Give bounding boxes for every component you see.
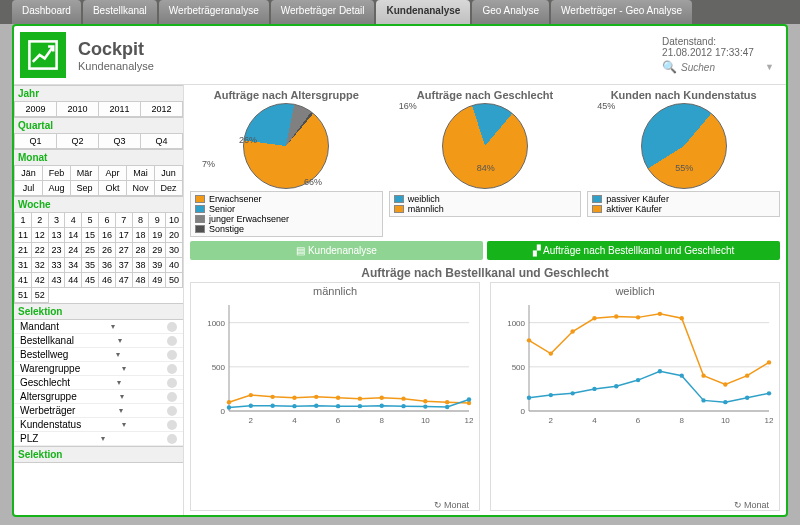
tab-werbetr-geranalyse[interactable]: Werbeträgeranalyse [159, 0, 269, 24]
kundenanalyse-button[interactable]: ▤ Kundenanalyse [190, 241, 483, 260]
filter-cell[interactable]: 2011 [99, 102, 141, 117]
chevron-down-icon[interactable]: ▾ [111, 322, 115, 331]
filter-cell[interactable]: 26 [99, 243, 116, 258]
selektion-row[interactable]: Werbeträger▾ [14, 404, 183, 418]
clear-icon[interactable] [167, 434, 177, 444]
filter-cell[interactable]: 4 [65, 213, 82, 228]
filter-cell[interactable]: Apr [99, 166, 127, 181]
filter-cell[interactable]: 30 [166, 243, 183, 258]
filter-cell[interactable]: 41 [15, 273, 32, 288]
filter-cell[interactable]: 2012 [141, 102, 183, 117]
filter-cell[interactable]: 16 [99, 228, 116, 243]
filter-cell[interactable]: 10 [166, 213, 183, 228]
cycle-icon[interactable]: ↻ [434, 500, 442, 510]
filter-cell[interactable]: 45 [82, 273, 99, 288]
filter-cell[interactable]: 31 [15, 258, 32, 273]
selektion-row[interactable]: Altersgruppe▾ [14, 390, 183, 404]
chevron-down-icon[interactable]: ▾ [122, 364, 126, 373]
filter-cell[interactable]: Sep [71, 181, 99, 196]
filter-cell[interactable]: 47 [116, 273, 133, 288]
clear-icon[interactable] [167, 378, 177, 388]
clear-icon[interactable] [167, 364, 177, 374]
filter-cell[interactable]: Nov [127, 181, 155, 196]
selektion-row[interactable]: Bestellweg▾ [14, 348, 183, 362]
selektion-row[interactable]: Kundenstatus▾ [14, 418, 183, 432]
filter-cell[interactable]: 19 [149, 228, 166, 243]
filter-cell[interactable]: 32 [32, 258, 49, 273]
filter-cell[interactable]: 25 [82, 243, 99, 258]
chevron-down-icon[interactable]: ▾ [118, 336, 122, 345]
filter-cell[interactable]: 52 [32, 288, 49, 303]
filter-cell[interactable]: 34 [65, 258, 82, 273]
filter-cell[interactable]: 2009 [15, 102, 57, 117]
filter-cell[interactable]: Feb [43, 166, 71, 181]
chevron-down-icon[interactable]: ▾ [120, 392, 124, 401]
selektion-row[interactable]: Mandant▾ [14, 320, 183, 334]
filter-cell[interactable]: 38 [133, 258, 150, 273]
chevron-down-icon[interactable]: ▼ [765, 62, 774, 72]
filter-cell[interactable]: Jun [155, 166, 183, 181]
filter-cell[interactable]: 18 [133, 228, 150, 243]
cycle-icon[interactable]: ↻ [734, 500, 742, 510]
filter-cell[interactable]: 2010 [57, 102, 99, 117]
filter-cell[interactable]: 43 [49, 273, 66, 288]
chevron-down-icon[interactable]: ▾ [101, 434, 105, 443]
tab-dashboard[interactable]: Dashboard [12, 0, 81, 24]
filter-cell[interactable]: 5 [82, 213, 99, 228]
filter-cell[interactable]: Aug [43, 181, 71, 196]
chevron-down-icon[interactable]: ▾ [117, 378, 121, 387]
clear-icon[interactable] [167, 406, 177, 416]
filter-cell[interactable]: Dez [155, 181, 183, 196]
selektion-row[interactable]: Geschlecht▾ [14, 376, 183, 390]
filter-cell[interactable]: Okt [99, 181, 127, 196]
auftraege-button[interactable]: ▞ Aufträge nach Bestellkanal und Geschle… [487, 241, 780, 260]
filter-cell[interactable]: 22 [32, 243, 49, 258]
filter-cell[interactable]: 8 [133, 213, 150, 228]
filter-cell[interactable]: 23 [49, 243, 66, 258]
filter-cell[interactable]: 44 [65, 273, 82, 288]
filter-cell[interactable]: 29 [149, 243, 166, 258]
filter-cell[interactable]: Q3 [99, 134, 141, 149]
filter-cell[interactable]: 2 [32, 213, 49, 228]
filter-cell[interactable]: 11 [15, 228, 32, 243]
filter-cell[interactable]: 49 [149, 273, 166, 288]
filter-cell[interactable]: 3 [49, 213, 66, 228]
selektion-row[interactable]: PLZ▾ [14, 432, 183, 446]
tab-werbetr-ger-geo-analyse[interactable]: Werbeträger - Geo Analyse [551, 0, 692, 24]
filter-cell[interactable]: 21 [15, 243, 32, 258]
filter-cell[interactable]: 42 [32, 273, 49, 288]
filter-cell[interactable]: 9 [149, 213, 166, 228]
clear-icon[interactable] [167, 322, 177, 332]
filter-cell[interactable]: 14 [65, 228, 82, 243]
chevron-down-icon[interactable]: ▾ [116, 350, 120, 359]
filter-cell[interactable]: 20 [166, 228, 183, 243]
tab-kundenanalyse[interactable]: Kundenanalyse [376, 0, 470, 24]
clear-icon[interactable] [167, 392, 177, 402]
filter-cell[interactable]: 51 [15, 288, 32, 303]
filter-cell[interactable]: 37 [116, 258, 133, 273]
filter-cell[interactable]: 6 [99, 213, 116, 228]
selektion-row[interactable]: Bestellkanal▾ [14, 334, 183, 348]
clear-icon[interactable] [167, 336, 177, 346]
search-input[interactable] [681, 62, 761, 73]
filter-cell[interactable]: 48 [133, 273, 150, 288]
tab-bestellkanal[interactable]: Bestellkanal [83, 0, 157, 24]
filter-cell[interactable]: 35 [82, 258, 99, 273]
tab-geo-analyse[interactable]: Geo Analyse [472, 0, 549, 24]
filter-cell[interactable]: 36 [99, 258, 116, 273]
filter-cell[interactable]: 28 [133, 243, 150, 258]
chevron-down-icon[interactable]: ▾ [122, 420, 126, 429]
filter-cell[interactable]: 40 [166, 258, 183, 273]
filter-cell[interactable]: Jul [15, 181, 43, 196]
filter-cell[interactable]: Mai [127, 166, 155, 181]
filter-cell[interactable]: Q2 [57, 134, 99, 149]
filter-cell[interactable]: Jän [15, 166, 43, 181]
tab-werbetr-ger-detail[interactable]: Werbeträger Detail [271, 0, 375, 24]
filter-cell[interactable]: 15 [82, 228, 99, 243]
clear-icon[interactable] [167, 350, 177, 360]
filter-cell[interactable]: 33 [49, 258, 66, 273]
filter-cell[interactable]: Q4 [141, 134, 183, 149]
filter-cell[interactable]: 27 [116, 243, 133, 258]
filter-cell[interactable]: 1 [15, 213, 32, 228]
chevron-down-icon[interactable]: ▾ [119, 406, 123, 415]
